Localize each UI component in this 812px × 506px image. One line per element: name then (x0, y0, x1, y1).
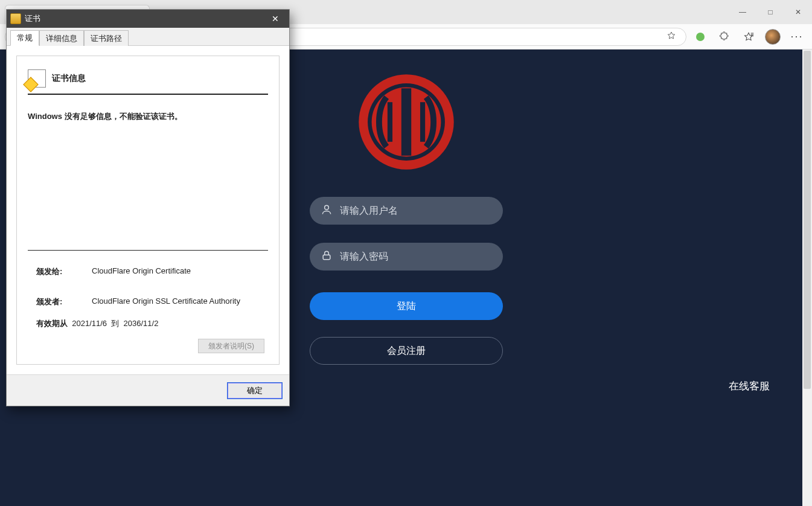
password-input[interactable] (340, 251, 492, 262)
dialog-body: 证书信息 Windows 没有足够信息，不能验证该证书。 颁发给: CloudF… (7, 46, 289, 374)
issuer-statement-button[interactable]: 颁发者说明(S) (198, 339, 264, 353)
favorite-star-icon[interactable] (665, 31, 677, 42)
svg-rect-10 (323, 255, 330, 260)
separator (28, 250, 268, 251)
cert-info-heading: 证书信息 (52, 73, 86, 84)
validity-row: 有效期从 2021/11/6 到 2036/11/2 (28, 313, 268, 329)
login-button[interactable]: 登陆 (310, 292, 503, 320)
issued-by-label: 颁发者: (36, 296, 88, 307)
svg-rect-6 (401, 88, 411, 156)
svg-point-9 (324, 205, 328, 210)
scrollbar-thumb[interactable] (804, 51, 811, 389)
favorites-icon[interactable] (738, 28, 759, 46)
certificate-icon (10, 13, 21, 24)
minimize-button[interactable]: — (729, 0, 756, 24)
dialog-footer: 确定 (7, 374, 289, 406)
tab-details[interactable]: 详细信息 (39, 30, 84, 46)
ok-button[interactable]: 确定 (228, 383, 282, 399)
dialog-close-button[interactable]: ✕ (265, 10, 286, 28)
issued-to-value: CloudFlare Origin Certificate (92, 266, 268, 277)
maximize-button[interactable]: □ (756, 0, 784, 24)
window-close-button[interactable]: ✕ (784, 0, 812, 24)
user-icon (321, 203, 333, 218)
extension-status-icon[interactable] (690, 28, 711, 46)
username-field[interactable] (310, 197, 503, 225)
issued-to-label: 颁发给: (36, 266, 88, 277)
certificate-warning-icon (28, 69, 46, 88)
svg-rect-8 (420, 102, 424, 142)
tab-general[interactable]: 常规 (10, 30, 39, 46)
online-service-link[interactable]: 在线客服 (729, 379, 770, 393)
more-menu-icon[interactable]: ··· (787, 28, 807, 46)
valid-to: 2036/11/2 (124, 319, 159, 328)
profile-avatar[interactable] (762, 28, 783, 46)
dialog-title: 证书 (25, 13, 265, 24)
login-form: 登陆 会员注册 (310, 50, 503, 382)
brand-logo (357, 72, 456, 171)
svg-rect-7 (387, 102, 392, 142)
dialog-titlebar[interactable]: 证书 ✕ (7, 10, 289, 28)
vertical-scrollbar[interactable] (802, 50, 812, 506)
validity-label: 有效期从 (36, 319, 68, 328)
username-input[interactable] (340, 205, 492, 216)
dialog-tabs: 常规 详细信息 证书路径 (7, 28, 289, 46)
password-field[interactable] (310, 243, 503, 271)
cert-panel: 证书信息 Windows 没有足够信息，不能验证该证书。 颁发给: CloudF… (16, 56, 280, 365)
valid-to-word: 到 (111, 319, 119, 328)
cert-warning-text: Windows 没有足够信息，不能验证该证书。 (28, 110, 268, 123)
extensions-icon[interactable] (714, 28, 735, 46)
window-controls: — □ ✕ (729, 0, 812, 24)
cert-info-header: 证书信息 (28, 69, 268, 95)
issued-by-value: CloudFlare Origin SSL Certificate Author… (92, 296, 268, 307)
valid-from: 2021/11/6 (72, 319, 107, 328)
cert-fields: 颁发给: CloudFlare Origin Certificate 颁发者: … (28, 261, 268, 313)
certificate-dialog: 证书 ✕ 常规 详细信息 证书路径 证书信息 Windows 没有足够信息，不能… (6, 9, 290, 406)
lock-icon (321, 249, 333, 264)
register-button[interactable]: 会员注册 (310, 337, 503, 365)
tab-cert-path[interactable]: 证书路径 (84, 30, 129, 46)
